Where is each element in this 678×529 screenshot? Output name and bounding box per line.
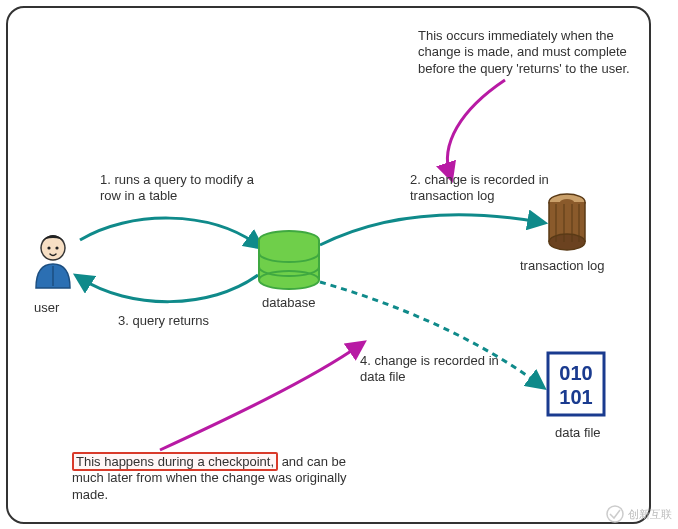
datafile-label: data file [555,425,601,441]
step3-label: 3. query returns [118,313,209,329]
note-bottom: This happens during a checkpoint, and ca… [72,454,352,503]
watermark-logo-icon [606,505,624,523]
step1-label: 1. runs a query to modify a row in a tab… [100,172,260,205]
database-icon [254,230,324,290]
user-label: user [34,300,59,316]
watermark: 创新互联 [606,505,672,523]
user-icon [28,232,78,290]
database-label: database [262,295,316,311]
svg-point-10 [549,234,585,250]
note-bottom-highlight: This happens during a checkpoint, [72,452,278,471]
txlog-label: transaction log [520,258,605,274]
svg-point-1 [47,246,50,249]
step4-label: 4. change is recorded in data file [360,353,500,386]
svg-point-0 [41,236,65,260]
svg-point-12 [607,506,623,522]
datafile-icon: 010 101 [545,350,609,420]
datafile-bits-row2: 101 [559,386,592,408]
step2-label: 2. change is recorded in transaction log [410,172,560,205]
svg-point-2 [55,246,58,249]
watermark-text: 创新互联 [628,507,672,522]
note-top: This occurs immediately when the change … [418,28,653,77]
datafile-bits-row1: 010 [559,362,592,384]
